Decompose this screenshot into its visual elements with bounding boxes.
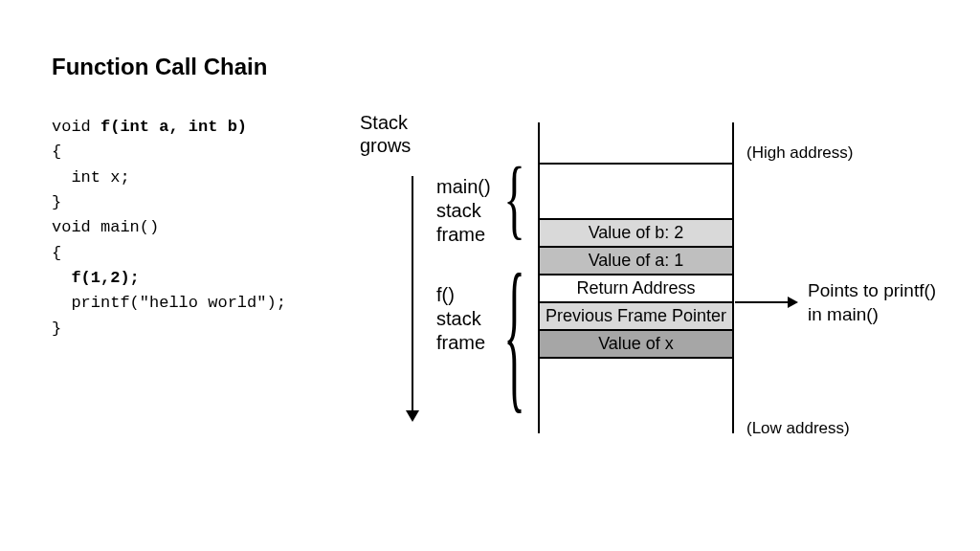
low-address-label: (Low address): [746, 419, 850, 438]
stack-cell-prev-frame-pointer: Previous Frame Pointer: [540, 301, 732, 331]
stack-cell-a: Value of a: 1: [540, 246, 732, 276]
stack-grows-l1: Stack: [360, 112, 408, 133]
stack-cell-x: Value of x: [540, 329, 732, 359]
code-block: void f(int a, int b) { int x; } void mai…: [52, 115, 286, 342]
code-l9: }: [52, 320, 61, 338]
return-address-note: Points to printf() in main(): [808, 279, 936, 326]
ra-note-l1: Points to printf(): [808, 280, 936, 300]
code-l8: printf("hello world");: [52, 294, 286, 312]
arrow-down-icon: [412, 176, 413, 420]
code-l7-pre: [52, 269, 71, 287]
arrow-right-icon: [735, 301, 796, 303]
stack-cell-b: Value of b: 2: [540, 218, 732, 248]
stack-cell-return-address: Return Address: [540, 274, 732, 303]
stack-grows-label: Stack grows: [360, 111, 411, 157]
code-l1-pre: void: [52, 118, 100, 136]
stack-grows-l2: grows: [360, 135, 411, 156]
page-title: Function Call Chain: [52, 54, 267, 80]
code-l4: }: [52, 193, 61, 211]
stack-diagram: Value of b: 2 Value of a: 1 Return Addre…: [538, 122, 734, 433]
code-l7-bold: f(1,2);: [71, 269, 139, 287]
main-frame-cell: [540, 163, 732, 220]
code-l1-bold: f(int a, int b): [100, 118, 247, 136]
high-address-label: (High address): [746, 143, 854, 163]
code-l5: void main(): [52, 218, 159, 236]
code-l2: {: [52, 143, 61, 161]
code-l6: {: [52, 244, 61, 262]
code-l3: int x;: [52, 168, 130, 187]
brace-icon: {: [503, 247, 525, 418]
ra-note-l2: in main(): [808, 304, 879, 324]
main-frame-label: main() stack frame: [436, 175, 491, 247]
brace-icon: {: [503, 153, 525, 243]
f-frame-label: f() stack frame: [436, 283, 485, 355]
